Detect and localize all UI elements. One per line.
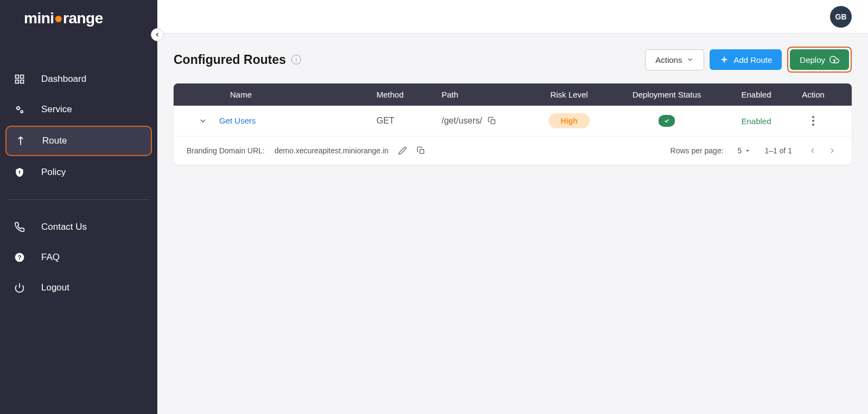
route-path: /get/users/	[442, 116, 482, 126]
brand-middle: ●	[54, 10, 63, 27]
user-avatar[interactable]: GB	[830, 6, 852, 28]
svg-rect-13	[420, 150, 424, 153]
svg-point-5	[21, 111, 23, 113]
sidebar-item-label: Contact Us	[41, 222, 87, 232]
svg-rect-0	[16, 75, 19, 79]
rows-per-page-label: Rows per page:	[671, 146, 724, 155]
sidebar-item-route[interactable]: Route	[5, 126, 152, 156]
th-enabled: Enabled	[721, 90, 792, 99]
risk-badge: High	[548, 113, 589, 128]
route-method: GET	[376, 116, 442, 126]
branding-url-value: demo.xecureapitest.miniorange.in	[275, 146, 388, 155]
routes-table: Name Method Path Risk Level Deployment S…	[174, 83, 852, 165]
table-header-row: Name Method Path Risk Level Deployment S…	[174, 83, 852, 106]
main-content: GB Configured Routes i Actions Add Route	[157, 0, 868, 414]
actions-label: Actions	[655, 55, 682, 64]
table-row: Get Users GET /get/users/ High	[174, 106, 852, 137]
enabled-status: Enabled	[741, 117, 771, 126]
copy-branding-button[interactable]	[417, 146, 425, 155]
branding-url-label: Branding Domain URL:	[187, 146, 265, 155]
sidebar-item-logout[interactable]: Logout	[5, 274, 152, 302]
svg-rect-2	[16, 80, 19, 83]
page-title: Configured Routes	[174, 53, 286, 67]
prev-page-button[interactable]	[806, 144, 819, 157]
brand-logo: mini●range	[0, 10, 157, 27]
svg-rect-1	[21, 75, 24, 79]
dropdown-arrow-icon	[745, 148, 750, 153]
sidebar-item-label: Policy	[41, 167, 66, 178]
chevron-left-icon	[808, 146, 817, 155]
info-icon[interactable]: i	[291, 55, 301, 64]
copy-icon	[488, 117, 496, 125]
sidebar-item-service[interactable]: Service	[5, 95, 152, 124]
th-path: Path	[442, 90, 526, 99]
deploy-label: Deploy	[800, 55, 825, 64]
chevron-down-icon	[686, 56, 694, 63]
sidebar-item-label: Logout	[41, 282, 69, 293]
deploy-status-badge	[659, 115, 675, 127]
gears-icon	[13, 103, 26, 116]
chevron-down-icon	[199, 117, 207, 125]
svg-rect-7	[19, 172, 20, 173]
brand-prefix: mini	[24, 10, 54, 27]
dashboard-icon	[13, 73, 26, 86]
sidebar-nav: Dashboard Service Route Policy	[0, 65, 157, 186]
expand-row-button[interactable]	[199, 117, 207, 125]
edit-branding-button[interactable]	[398, 146, 407, 155]
sidebar-item-label: FAQ	[41, 252, 60, 263]
route-name-link[interactable]: Get Users	[219, 116, 256, 125]
add-route-label: Add Route	[733, 55, 772, 64]
page-content: Configured Routes i Actions Add Route De…	[157, 34, 868, 414]
deploy-highlight: Deploy	[787, 47, 852, 73]
toolbar: Actions Add Route Deploy	[645, 47, 852, 73]
actions-button[interactable]: Actions	[645, 49, 704, 70]
sidebar-collapse-button[interactable]	[151, 28, 164, 41]
rows-per-page-select[interactable]: 5	[738, 146, 751, 155]
topbar: GB	[157, 0, 868, 34]
sidebar-item-label: Route	[42, 135, 67, 146]
th-name: Name	[219, 90, 376, 99]
svg-rect-12	[491, 120, 495, 124]
sidebar-divider	[8, 199, 150, 200]
th-deploy: Deployment Status	[612, 90, 721, 99]
check-icon	[663, 118, 671, 124]
sidebar-item-label: Dashboard	[41, 74, 86, 85]
row-actions-menu[interactable]	[810, 114, 816, 128]
cloud-upload-icon	[829, 55, 839, 64]
pencil-icon	[398, 146, 407, 155]
svg-marker-14	[746, 150, 749, 152]
plus-icon	[719, 55, 729, 64]
sidebar-item-policy[interactable]: Policy	[5, 158, 152, 186]
add-route-button[interactable]: Add Route	[710, 49, 782, 70]
user-initials: GB	[835, 12, 847, 21]
brand-suffix: range	[63, 10, 103, 27]
sidebar: mini●range Dashboard Service Route	[0, 0, 157, 414]
copy-icon	[417, 146, 425, 155]
svg-rect-3	[21, 80, 24, 83]
sidebar-item-dashboard[interactable]: Dashboard	[5, 65, 152, 93]
shield-icon	[13, 166, 26, 179]
sidebar-item-faq[interactable]: ? FAQ	[5, 243, 152, 271]
th-risk: Risk Level	[526, 90, 612, 99]
sidebar-support: Contact Us ? FAQ Logout	[0, 213, 157, 302]
pagination-info: 1–1 of 1	[764, 146, 792, 155]
svg-text:?: ?	[17, 254, 21, 261]
th-method: Method	[376, 90, 442, 99]
copy-path-button[interactable]	[488, 117, 496, 125]
sidebar-item-contact[interactable]: Contact Us	[5, 213, 152, 241]
phone-icon	[13, 221, 26, 234]
chevron-right-icon	[828, 146, 837, 155]
th-action: Action	[792, 90, 835, 99]
rows-per-page-value: 5	[738, 146, 742, 155]
route-icon	[14, 134, 27, 147]
power-icon	[13, 281, 26, 294]
next-page-button[interactable]	[826, 144, 839, 157]
deploy-button[interactable]: Deploy	[790, 49, 849, 70]
page-header: Configured Routes i Actions Add Route De…	[174, 47, 852, 73]
table-footer: Branding Domain URL: demo.xecureapitest.…	[174, 137, 852, 165]
sidebar-item-label: Service	[41, 104, 72, 115]
help-icon: ?	[13, 251, 26, 264]
